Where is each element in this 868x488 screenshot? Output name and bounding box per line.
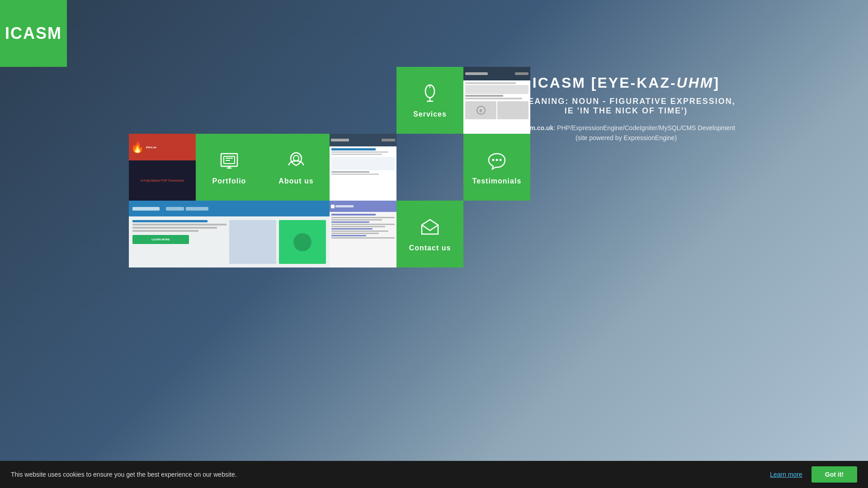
screenshot-ellislab: 🔥 EllisLab A Fully Baked PHP Framework — [129, 134, 196, 201]
screenshot-php — [330, 201, 396, 267]
logo-box[interactable]: ICASM — [0, 0, 67, 67]
portfolio-tile[interactable]: Portfolio — [196, 134, 263, 201]
contactus-icon — [418, 216, 442, 239]
screenshot-websites: LEARN MORE — [129, 201, 330, 267]
services-tile[interactable]: Services — [396, 67, 463, 134]
cookie-accept-button[interactable]: Got it! — [811, 466, 857, 483]
cookie-learn-more-link[interactable]: Learn more — [770, 471, 802, 478]
svg-point-11 — [492, 159, 495, 161]
svg-point-6 — [293, 155, 299, 161]
aboutus-label: About us — [278, 177, 313, 185]
mosaic-grid: 🔥 EllisLab A Fully Baked PHP Framework P… — [129, 67, 531, 333]
services-label: Services — [413, 110, 447, 118]
screenshot-waigi — [330, 134, 396, 201]
aboutus-icon — [284, 149, 308, 173]
testimonials-label: Testimonials — [472, 177, 522, 185]
hero-subtitle: (MEANING: NOUN - FIGURATIVE EXPRESSION, … — [513, 97, 739, 116]
svg-point-13 — [500, 159, 502, 161]
contactus-tile[interactable]: Contact us — [396, 201, 463, 267]
screenshot-ee: e — [463, 67, 530, 134]
services-icon — [418, 82, 442, 106]
cookie-bar: This website uses cookies to ensure you … — [0, 461, 868, 488]
testimonials-icon — [485, 149, 509, 173]
portfolio-icon — [217, 149, 241, 173]
portfolio-label: Portfolio — [212, 177, 246, 185]
svg-point-12 — [496, 159, 498, 161]
cookie-message: This website uses cookies to ensure you … — [11, 471, 767, 478]
hero-description: icasm.co.uk: PHP/ExpressionEngine/CodeIg… — [513, 123, 739, 143]
aboutus-tile[interactable]: About us — [263, 134, 330, 201]
testimonials-tile[interactable]: Testimonials — [463, 134, 530, 201]
contactus-label: Contact us — [409, 244, 451, 252]
logo-text: ICASM — [5, 24, 62, 43]
hero-title: ICASM [EYE-KAZ-UHM] — [513, 75, 739, 91]
hero-section: ICASM [EYE-KAZ-UHM] (MEANING: NOUN - FIG… — [513, 75, 739, 143]
